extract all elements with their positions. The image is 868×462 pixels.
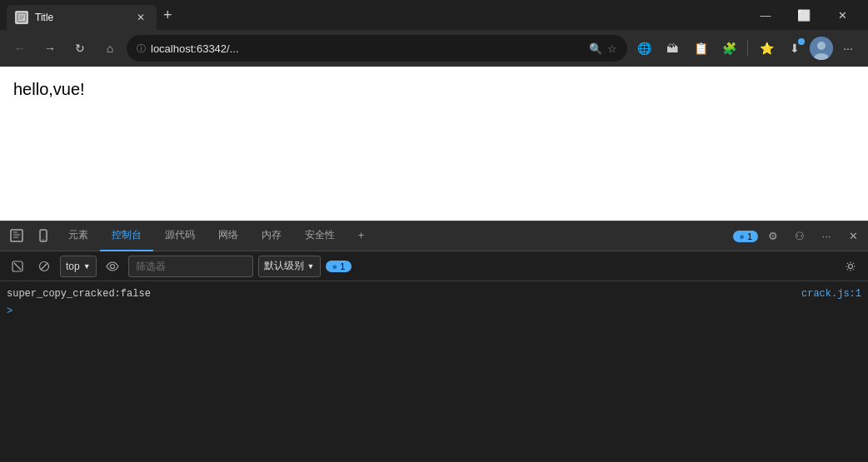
badge-dot-icon: ● <box>739 231 745 241</box>
devtools-tab-add[interactable]: + <box>347 221 376 251</box>
devtools-tab-elements[interactable]: 元素 <box>57 221 100 251</box>
home-button[interactable]: ⌂ <box>97 35 123 62</box>
window-controls: — ⬜ ✕ <box>746 0 861 30</box>
svg-point-5 <box>817 42 826 50</box>
svg-line-13 <box>41 263 47 270</box>
extensions-icon[interactable]: 🧩 <box>716 35 742 62</box>
devtools-tab-security[interactable]: 安全性 <box>293 221 347 251</box>
svg-line-11 <box>14 263 21 270</box>
page-content: hello,vue! <box>0 67 868 221</box>
badge-count: 1 <box>747 231 752 241</box>
extension-mountain-icon[interactable]: 🏔 <box>659 35 686 62</box>
toolbar: ← → ↻ ⌂ ⓘ localhost:63342/... 🔍 ☆ 🌐 🏔 📋 … <box>0 30 868 67</box>
level-arrow-icon: ▼ <box>307 262 315 271</box>
title-bar: Title ✕ + — ⬜ ✕ <box>0 0 868 30</box>
devtools-tab-bar: 元素 控制台 源代码 网络 内存 安全性 + ● 1 ⚙ ⚇ ··· ✕ <box>0 221 868 251</box>
console-toolbar: top ▼ 默认级别 ▼ ● 1 <box>0 251 868 281</box>
devtools-inspect-button[interactable] <box>3 221 30 251</box>
svg-rect-7 <box>11 230 22 241</box>
tab-area: Title ✕ + <box>7 0 746 30</box>
context-label: top <box>66 261 80 272</box>
devtools-tab-console[interactable]: 控制台 <box>100 221 153 251</box>
reload-button[interactable]: ↻ <box>67 35 93 62</box>
devtools-tab-network[interactable]: 网络 <box>207 221 250 251</box>
devtools-tab-actions: ● 1 ⚙ ⚇ ··· ✕ <box>733 225 865 248</box>
console-clear-button[interactable] <box>7 256 28 277</box>
minimize-button[interactable]: — <box>746 0 785 30</box>
star-icon[interactable]: ☆ <box>607 42 617 55</box>
level-selector[interactable]: 默认级别 ▼ <box>258 256 321 277</box>
close-button[interactable]: ✕ <box>823 0 861 30</box>
address-bar[interactable]: ⓘ localhost:63342/... 🔍 ☆ <box>127 35 627 62</box>
svg-point-15 <box>849 264 853 268</box>
context-selector[interactable]: top ▼ <box>60 256 97 277</box>
more-menu-button[interactable]: ··· <box>835 35 861 62</box>
console-badge-count: 1 <box>340 261 345 271</box>
console-source-link[interactable]: crack.js:1 <box>788 288 861 300</box>
toolbar-icons: 🌐 🏔 📋 🧩 ⭐ ⬇· ··· <box>631 35 861 62</box>
devtools-more-menu-button[interactable]: ··· <box>815 225 838 248</box>
tab-close-button[interactable]: ✕ <box>133 10 148 25</box>
devtools-close-button[interactable]: ✕ <box>841 225 865 248</box>
devtools-panel: 元素 控制台 源代码 网络 内存 安全性 + ● 1 ⚙ ⚇ ··· ✕ <box>0 221 868 462</box>
page-hello-text: hello,vue! <box>13 80 85 98</box>
downloads-icon[interactable]: ⬇· <box>781 35 808 62</box>
devtools-tab-sources[interactable]: 源代码 <box>153 221 207 251</box>
zoom-icon: 🔍 <box>589 42 602 55</box>
console-block-button[interactable] <box>33 256 55 277</box>
tab-title: Title <box>35 12 127 23</box>
filter-input[interactable] <box>128 256 253 277</box>
console-output: super_copy_cracked:false crack.js:1 > <box>0 281 868 462</box>
new-tab-button[interactable]: + <box>157 0 179 30</box>
profile-icon[interactable] <box>810 37 833 60</box>
devtools-device-button[interactable] <box>30 221 57 251</box>
svg-point-14 <box>110 264 114 268</box>
console-settings-button[interactable] <box>840 256 861 277</box>
context-arrow-icon: ▼ <box>83 262 91 271</box>
console-eye-button[interactable] <box>102 256 123 277</box>
maximize-button[interactable]: ⬜ <box>785 0 823 30</box>
devtools-message-badge[interactable]: ● 1 <box>733 231 758 242</box>
address-info-icon: ⓘ <box>137 42 146 55</box>
back-button[interactable]: ← <box>7 35 33 62</box>
console-log-line: super_copy_cracked:false crack.js:1 <box>0 285 868 303</box>
address-text: localhost:63342/... <box>151 42 584 55</box>
console-log-text: super_copy_cracked:false <box>7 288 788 300</box>
forward-button[interactable]: → <box>37 35 63 62</box>
extension-globe-icon[interactable]: 🌐 <box>631 35 657 62</box>
devtools-tab-memory[interactable]: 内存 <box>250 221 293 251</box>
active-tab[interactable]: Title ✕ <box>7 5 157 30</box>
svg-point-9 <box>42 239 44 241</box>
console-chevron-icon: > <box>7 306 12 317</box>
favorites-icon[interactable]: ⭐ <box>753 35 780 62</box>
devtools-settings-button[interactable]: ⚙ <box>761 225 785 248</box>
tab-favicon <box>15 11 28 24</box>
console-message-badge[interactable]: ● 1 <box>326 261 352 272</box>
console-prompt-line[interactable]: > <box>0 303 868 320</box>
level-label: 默认级别 <box>264 259 304 273</box>
console-badge-dot: ● <box>332 261 338 271</box>
collections-icon[interactable]: 📋 <box>687 35 714 62</box>
toolbar-divider <box>747 40 748 57</box>
devtools-more-tools-button[interactable]: ⚇ <box>788 225 811 248</box>
